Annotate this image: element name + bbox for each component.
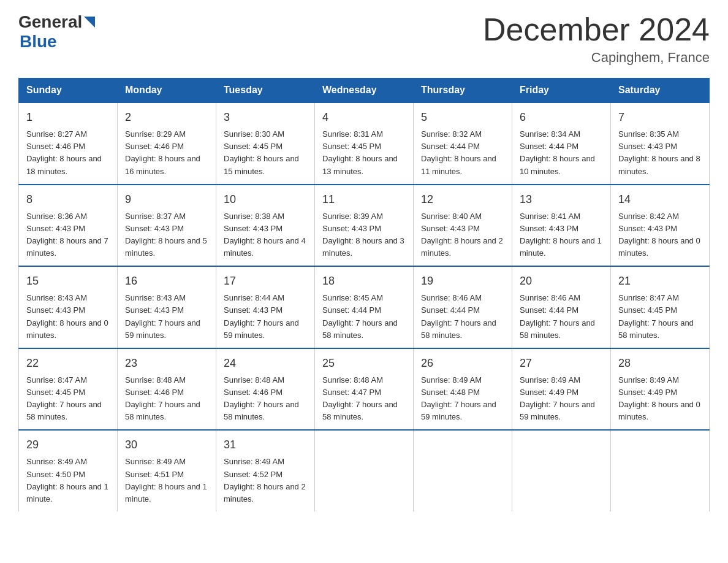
day-cell-2: 2 Sunrise: 8:29 AMSunset: 4:46 PMDayligh… bbox=[118, 102, 216, 185]
day-cell-17: 17 Sunrise: 8:44 AMSunset: 4:43 PMDaylig… bbox=[216, 266, 315, 348]
week-row-5: 29 Sunrise: 8:49 AMSunset: 4:50 PMDaylig… bbox=[19, 430, 710, 511]
month-title: December 2024 bbox=[483, 12, 710, 47]
day-cell-9: 9 Sunrise: 8:37 AMSunset: 4:43 PMDayligh… bbox=[118, 185, 216, 267]
day-cell-27: 27 Sunrise: 8:49 AMSunset: 4:49 PMDaylig… bbox=[512, 348, 611, 431]
day-number: 18 bbox=[322, 273, 406, 289]
day-number: 11 bbox=[322, 191, 406, 208]
day-cell-10: 10 Sunrise: 8:38 AMSunset: 4:43 PMDaylig… bbox=[216, 185, 315, 267]
day-info: Sunrise: 8:48 AMSunset: 4:47 PMDaylight:… bbox=[322, 375, 398, 421]
day-info: Sunrise: 8:42 AMSunset: 4:43 PMDaylight:… bbox=[618, 212, 700, 258]
day-number: 3 bbox=[224, 109, 307, 126]
empty-cell-w4-d4 bbox=[414, 430, 512, 511]
day-number: 20 bbox=[520, 273, 603, 289]
day-number: 28 bbox=[618, 355, 702, 372]
day-number: 17 bbox=[224, 273, 307, 289]
day-cell-18: 18 Sunrise: 8:45 AMSunset: 4:44 PMDaylig… bbox=[315, 266, 414, 348]
calendar-table: SundayMondayTuesdayWednesdayThursdayFrid… bbox=[18, 78, 710, 511]
day-cell-20: 20 Sunrise: 8:46 AMSunset: 4:44 PMDaylig… bbox=[512, 266, 611, 348]
day-cell-15: 15 Sunrise: 8:43 AMSunset: 4:43 PMDaylig… bbox=[19, 266, 118, 348]
day-info: Sunrise: 8:44 AMSunset: 4:43 PMDaylight:… bbox=[224, 293, 299, 339]
day-cell-4: 4 Sunrise: 8:31 AMSunset: 4:45 PMDayligh… bbox=[315, 102, 414, 185]
empty-cell-w4-d5 bbox=[512, 430, 611, 511]
header-saturday: Saturday bbox=[611, 79, 710, 103]
header-wednesday: Wednesday bbox=[315, 79, 414, 103]
day-number: 24 bbox=[224, 355, 307, 372]
day-info: Sunrise: 8:34 AMSunset: 4:44 PMDaylight:… bbox=[520, 129, 595, 175]
day-cell-8: 8 Sunrise: 8:36 AMSunset: 4:43 PMDayligh… bbox=[19, 185, 118, 267]
day-number: 4 bbox=[322, 109, 406, 126]
day-info: Sunrise: 8:48 AMSunset: 4:46 PMDaylight:… bbox=[224, 375, 299, 421]
day-info: Sunrise: 8:46 AMSunset: 4:44 PMDaylight:… bbox=[421, 293, 496, 339]
day-number: 14 bbox=[618, 191, 702, 208]
day-number: 13 bbox=[520, 191, 603, 208]
week-row-1: 1 Sunrise: 8:27 AMSunset: 4:46 PMDayligh… bbox=[19, 102, 710, 185]
day-info: Sunrise: 8:32 AMSunset: 4:44 PMDaylight:… bbox=[421, 129, 496, 175]
day-number: 9 bbox=[125, 191, 208, 208]
day-cell-14: 14 Sunrise: 8:42 AMSunset: 4:43 PMDaylig… bbox=[611, 185, 710, 267]
svg-marker-0 bbox=[84, 17, 95, 28]
day-cell-24: 24 Sunrise: 8:48 AMSunset: 4:46 PMDaylig… bbox=[216, 348, 315, 431]
day-info: Sunrise: 8:30 AMSunset: 4:45 PMDaylight:… bbox=[224, 129, 299, 175]
day-cell-26: 26 Sunrise: 8:49 AMSunset: 4:48 PMDaylig… bbox=[414, 348, 512, 431]
day-info: Sunrise: 8:49 AMSunset: 4:51 PMDaylight:… bbox=[125, 457, 207, 503]
header-monday: Monday bbox=[118, 79, 216, 103]
day-info: Sunrise: 8:49 AMSunset: 4:49 PMDaylight:… bbox=[520, 375, 595, 421]
day-number: 19 bbox=[421, 273, 504, 289]
day-info: Sunrise: 8:47 AMSunset: 4:45 PMDaylight:… bbox=[26, 375, 102, 421]
day-cell-19: 19 Sunrise: 8:46 AMSunset: 4:44 PMDaylig… bbox=[414, 266, 512, 348]
day-number: 15 bbox=[26, 273, 110, 289]
empty-cell-w4-d3 bbox=[315, 430, 414, 511]
header-row: SundayMondayTuesdayWednesdayThursdayFrid… bbox=[19, 79, 710, 103]
logo-blue-text: Blue bbox=[20, 32, 57, 52]
day-info: Sunrise: 8:43 AMSunset: 4:43 PMDaylight:… bbox=[125, 293, 200, 339]
day-cell-16: 16 Sunrise: 8:43 AMSunset: 4:43 PMDaylig… bbox=[118, 266, 216, 348]
day-cell-31: 31 Sunrise: 8:49 AMSunset: 4:52 PMDaylig… bbox=[216, 430, 315, 511]
day-number: 25 bbox=[322, 355, 406, 372]
day-info: Sunrise: 8:36 AMSunset: 4:43 PMDaylight:… bbox=[26, 212, 108, 258]
day-info: Sunrise: 8:37 AMSunset: 4:43 PMDaylight:… bbox=[125, 212, 207, 258]
day-cell-7: 7 Sunrise: 8:35 AMSunset: 4:43 PMDayligh… bbox=[611, 102, 710, 185]
logo-general-text: General bbox=[18, 12, 82, 32]
day-info: Sunrise: 8:43 AMSunset: 4:43 PMDaylight:… bbox=[26, 293, 108, 339]
day-number: 1 bbox=[26, 109, 110, 126]
day-number: 16 bbox=[125, 273, 208, 289]
day-cell-28: 28 Sunrise: 8:49 AMSunset: 4:49 PMDaylig… bbox=[611, 348, 710, 431]
day-number: 22 bbox=[26, 355, 110, 372]
header-sunday: Sunday bbox=[19, 79, 118, 103]
day-cell-3: 3 Sunrise: 8:30 AMSunset: 4:45 PMDayligh… bbox=[216, 102, 315, 185]
day-cell-5: 5 Sunrise: 8:32 AMSunset: 4:44 PMDayligh… bbox=[414, 102, 512, 185]
week-row-2: 8 Sunrise: 8:36 AMSunset: 4:43 PMDayligh… bbox=[19, 185, 710, 267]
day-number: 8 bbox=[26, 191, 110, 208]
logo-icon bbox=[83, 15, 96, 29]
day-info: Sunrise: 8:35 AMSunset: 4:43 PMDaylight:… bbox=[618, 129, 700, 175]
header-friday: Friday bbox=[512, 79, 611, 103]
day-number: 21 bbox=[618, 273, 702, 289]
day-number: 5 bbox=[421, 109, 504, 126]
week-row-4: 22 Sunrise: 8:47 AMSunset: 4:45 PMDaylig… bbox=[19, 348, 710, 431]
location: Capinghem, France bbox=[483, 50, 710, 66]
day-info: Sunrise: 8:40 AMSunset: 4:43 PMDaylight:… bbox=[421, 212, 503, 258]
day-cell-29: 29 Sunrise: 8:49 AMSunset: 4:50 PMDaylig… bbox=[19, 430, 118, 511]
day-number: 10 bbox=[224, 191, 307, 208]
day-cell-21: 21 Sunrise: 8:47 AMSunset: 4:45 PMDaylig… bbox=[611, 266, 710, 348]
day-number: 29 bbox=[26, 437, 110, 453]
day-cell-23: 23 Sunrise: 8:48 AMSunset: 4:46 PMDaylig… bbox=[118, 348, 216, 431]
day-info: Sunrise: 8:49 AMSunset: 4:49 PMDaylight:… bbox=[618, 375, 700, 421]
day-info: Sunrise: 8:38 AMSunset: 4:43 PMDaylight:… bbox=[224, 212, 306, 258]
page-header: General Blue December 2024 Capinghem, Fr… bbox=[18, 12, 710, 66]
header-thursday: Thursday bbox=[414, 79, 512, 103]
day-number: 6 bbox=[520, 109, 603, 126]
day-cell-22: 22 Sunrise: 8:47 AMSunset: 4:45 PMDaylig… bbox=[19, 348, 118, 431]
day-number: 26 bbox=[421, 355, 504, 372]
week-row-3: 15 Sunrise: 8:43 AMSunset: 4:43 PMDaylig… bbox=[19, 266, 710, 348]
day-info: Sunrise: 8:49 AMSunset: 4:52 PMDaylight:… bbox=[224, 457, 306, 503]
day-info: Sunrise: 8:39 AMSunset: 4:43 PMDaylight:… bbox=[322, 212, 404, 258]
day-cell-1: 1 Sunrise: 8:27 AMSunset: 4:46 PMDayligh… bbox=[19, 102, 118, 185]
day-cell-13: 13 Sunrise: 8:41 AMSunset: 4:43 PMDaylig… bbox=[512, 185, 611, 267]
day-info: Sunrise: 8:47 AMSunset: 4:45 PMDaylight:… bbox=[618, 293, 694, 339]
day-number: 31 bbox=[224, 437, 307, 453]
day-number: 27 bbox=[520, 355, 603, 372]
day-number: 7 bbox=[618, 109, 702, 126]
day-info: Sunrise: 8:48 AMSunset: 4:46 PMDaylight:… bbox=[125, 375, 200, 421]
header-tuesday: Tuesday bbox=[216, 79, 315, 103]
